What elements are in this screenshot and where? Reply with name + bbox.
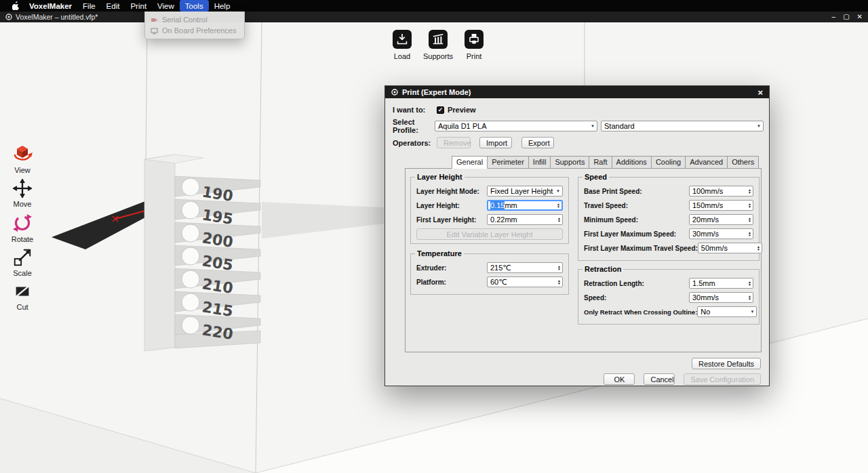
retraction-length-input[interactable]: 1.5mm ▲▼ — [689, 278, 753, 289]
tab-additions[interactable]: Additions — [612, 156, 652, 169]
menu-item-tools[interactable]: Tools — [180, 0, 209, 12]
close-button[interactable]: ✕ — [857, 12, 863, 22]
dialog-title: Print (Expert Mode) — [402, 88, 471, 96]
layer-height-group: Layer Height Layer Height Mode: Fixed La… — [410, 177, 569, 244]
remove-button[interactable]: Remove — [437, 137, 471, 148]
supports-label: Supports — [423, 52, 453, 60]
layer-height-selected-text: 0.15 — [490, 201, 505, 209]
preview-checkbox[interactable]: ✓ — [437, 106, 444, 114]
minimum-speed-input[interactable]: 20mm/s ▲▼ — [689, 214, 753, 225]
menu-item-help[interactable]: Help — [209, 0, 236, 12]
profile-select-value: Aquila D1 PLA — [438, 122, 487, 130]
first-layer-max-travel-speed-label: First Layer Maximum Travel Speed: — [584, 245, 698, 252]
retraction-length-label: Retraction Length: — [584, 280, 644, 287]
menu-item-view[interactable]: View — [152, 0, 180, 12]
dialog-close-button[interactable]: × — [757, 88, 763, 97]
cancel-button[interactable]: Cancel — [644, 373, 675, 385]
temperature-group-title: Temperature — [415, 249, 464, 258]
stepper-arrows-icon[interactable]: ▲▼ — [747, 217, 753, 222]
stepper-arrows-icon[interactable]: ▲▼ — [556, 265, 562, 270]
rotate-tool-button[interactable]: Rotate — [7, 212, 38, 243]
stepper-arrows-icon[interactable]: ▲▼ — [747, 295, 753, 300]
chevron-down-icon: ▼ — [556, 189, 560, 193]
ok-button[interactable]: OK — [604, 373, 635, 385]
scale-tool-button[interactable]: Scale — [7, 247, 38, 277]
platform-label: Platform: — [416, 279, 446, 286]
retraction-speed-label: Speed: — [584, 294, 606, 302]
layer-height-mode-select[interactable]: Fixed Layer Height ▼ — [487, 186, 563, 197]
temperature-tower-model[interactable]: 190 195 200 205 210 215 220 — [144, 155, 260, 351]
tab-perimeter[interactable]: Perimeter — [487, 156, 529, 169]
restore-defaults-button[interactable]: Restore Defaults — [692, 358, 761, 369]
move-tool-button[interactable]: Move — [7, 178, 38, 208]
stepper-arrows-icon[interactable]: ▲▼ — [556, 217, 562, 222]
menu-item-edit[interactable]: Edit — [101, 0, 125, 12]
first-layer-max-speed-input[interactable]: 30mm/s ▲▼ — [689, 228, 753, 239]
minimum-speed-label: Minimum Speed: — [584, 216, 638, 224]
first-layer-height-input[interactable]: 0.22mm ▲▼ — [487, 214, 563, 225]
crossing-outline-select[interactable]: No ▼ — [697, 306, 757, 317]
print-button-toolbar[interactable]: Print — [465, 30, 484, 60]
stepper-arrows-icon[interactable]: ▲▼ — [556, 279, 562, 285]
first-layer-max-travel-speed-input[interactable]: 50mm/s ▲▼ — [698, 243, 762, 253]
crossing-outline-label: Only Retract When Crossing Oultine: — [584, 308, 697, 316]
cut-icon — [12, 281, 33, 302]
chevron-down-icon: ▼ — [757, 124, 761, 128]
cut-tool-button[interactable]: Cut — [7, 281, 38, 311]
menu-item-onboard-preferences[interactable]: On Board Preferences — [145, 25, 244, 36]
tools-dropdown-menu: Serial Control On Board Preferences — [144, 12, 245, 39]
first-layer-height-label: First Layer Height: — [416, 216, 476, 224]
stepper-arrows-icon[interactable]: ▲▼ — [747, 203, 753, 208]
travel-speed-input[interactable]: 150mm/s ▲▼ — [689, 200, 753, 211]
dialog-titlebar[interactable]: Print (Expert Mode) × — [385, 86, 769, 98]
menu-item-serial-control[interactable]: Serial Control — [145, 14, 244, 25]
tab-infill[interactable]: Infill — [528, 156, 551, 169]
layer-height-input[interactable]: 0.15mm ▲▼ — [487, 200, 563, 211]
apple-menu[interactable] — [8, 1, 24, 10]
import-button[interactable]: Import — [479, 137, 512, 148]
menu-item-appname[interactable]: VoxelMaker — [24, 0, 77, 12]
window-title: VoxelMaker – untitled.vfp* — [16, 13, 98, 21]
stepper-arrows-icon[interactable]: ▲▼ — [747, 231, 753, 236]
top-toolbar: Load Supports Print — [393, 30, 495, 60]
minimize-button[interactable]: – — [832, 12, 836, 22]
extruder-temp-input[interactable]: 215℃ ▲▼ — [487, 262, 563, 273]
quality-select[interactable]: Standard ▼ — [601, 121, 764, 131]
supports-button[interactable]: Supports — [423, 30, 453, 60]
retraction-group-title: Retraction — [583, 265, 623, 274]
stepper-arrows-icon[interactable]: ▲▼ — [747, 281, 753, 286]
view-tool-button[interactable]: View — [7, 143, 38, 174]
tab-others[interactable]: Others — [727, 156, 759, 169]
base-print-speed-input[interactable]: 100mm/s ▲▼ — [689, 186, 753, 197]
chevron-down-icon: ▼ — [750, 310, 754, 314]
speed-group-title: Speed — [583, 173, 609, 182]
retraction-speed-input[interactable]: 30mm/s ▲▼ — [689, 292, 753, 303]
load-button[interactable]: Load — [393, 30, 412, 60]
base-print-speed-label: Base Print Speed: — [584, 188, 642, 195]
quality-select-value: Standard — [604, 122, 635, 130]
save-configuration-button[interactable]: Save Configuration — [684, 373, 761, 385]
select-profile-label: Select Profile: — [393, 118, 435, 134]
menu-item-print[interactable]: Print — [125, 0, 152, 12]
serial-control-icon — [151, 16, 158, 24]
tab-cooling[interactable]: Cooling — [651, 156, 686, 169]
platform-temp-input[interactable]: 60℃ ▲▼ — [487, 276, 563, 287]
temperature-group: Temperature Extruder: 215℃ ▲▼ Platform: — [410, 253, 569, 295]
cut-label: Cut — [16, 303, 28, 311]
window-titlebar[interactable]: VoxelMaker – untitled.vfp* – ▢ ✕ — [0, 12, 868, 22]
left-toolbar: View Move Rotate Scale — [7, 143, 38, 315]
stepper-arrows-icon[interactable]: ▲▼ — [555, 203, 561, 208]
stepper-arrows-icon[interactable]: ▲▼ — [755, 245, 762, 251]
profile-select[interactable]: Aquila D1 PLA ▼ — [435, 121, 597, 131]
tab-supports[interactable]: Supports — [550, 156, 589, 169]
maximize-button[interactable]: ▢ — [843, 12, 849, 22]
export-button[interactable]: Export — [521, 137, 554, 148]
tab-raft[interactable]: Raft — [589, 156, 612, 169]
tab-general[interactable]: General — [452, 156, 488, 169]
stepper-arrows-icon[interactable]: ▲▼ — [747, 188, 753, 194]
edit-variable-layer-height-button[interactable]: Edit Variable Layer Height — [416, 228, 563, 240]
view-label: View — [14, 166, 31, 174]
scale-icon — [12, 247, 33, 268]
tab-advanced[interactable]: Advanced — [685, 156, 728, 169]
menu-item-file[interactable]: File — [77, 0, 101, 12]
